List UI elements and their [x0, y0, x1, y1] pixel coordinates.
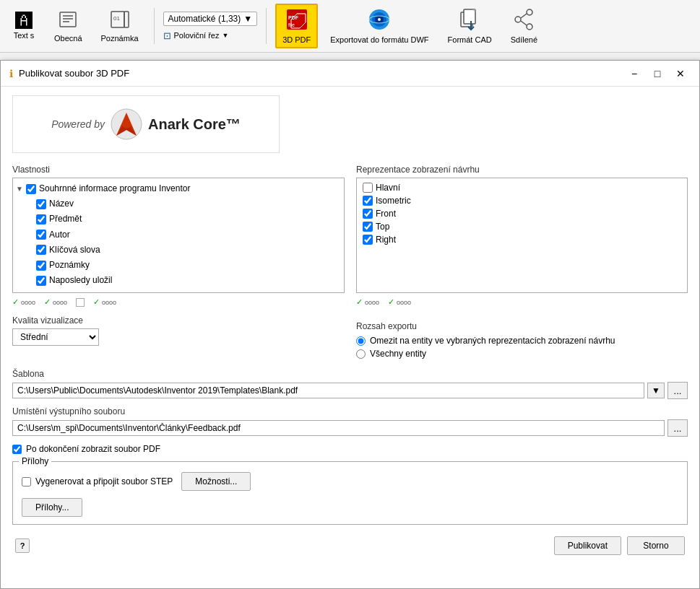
- attachments-button[interactable]: Přílohy...: [22, 498, 82, 517]
- repr-top-label: Top: [376, 222, 389, 232]
- tree-name-checkbox[interactable]: [36, 199, 46, 209]
- status-text-2: oooo: [53, 299, 67, 306]
- half-section-btn[interactable]: ⊡ Poloviční řez ▼: [163, 30, 258, 41]
- template-dropdown-arrow[interactable]: ▼: [647, 383, 665, 398]
- tree-root-checkbox[interactable]: [26, 184, 36, 194]
- repr-top-checkbox[interactable]: [363, 222, 373, 232]
- repr-item-hlavni[interactable]: Hlavní: [360, 181, 684, 194]
- logo-banner: Powered by Anark Core™: [12, 95, 280, 153]
- maximize-button[interactable]: □: [647, 66, 667, 82]
- status-box-icon: [76, 298, 85, 307]
- obecna-icon: [58, 9, 78, 32]
- export-range-all-radio[interactable]: Všechny entity: [356, 347, 688, 360]
- tree-autor-label: Autor: [49, 228, 70, 242]
- status-check-1: ✓ oooo: [12, 297, 35, 307]
- repr-front-checkbox[interactable]: [363, 209, 373, 219]
- toolbar-item-text-s[interactable]: 🅰 Text s: [6, 9, 42, 43]
- logo-text: Powered by Anark Core™: [51, 108, 241, 140]
- tree-item-predmet[interactable]: Předmět: [13, 211, 344, 227]
- help-button[interactable]: ?: [15, 538, 30, 553]
- repr-status-check-2: ✓ oooo: [388, 297, 411, 307]
- template-browse-button[interactable]: ...: [667, 382, 688, 399]
- toolbar-item-poznamka[interactable]: 01 Poznámka: [95, 6, 145, 46]
- tree-klicova-checkbox[interactable]: [36, 245, 46, 255]
- repr-item-isometric[interactable]: Isometric: [360, 194, 684, 207]
- repr-status-check-1: ✓ oooo: [356, 297, 379, 307]
- export-range-selected-input[interactable]: [356, 336, 366, 346]
- repr-item-front[interactable]: Front: [360, 207, 684, 220]
- repr-check-icon-1: ✓: [356, 297, 363, 307]
- repr-item-right[interactable]: Right: [360, 233, 684, 246]
- tree-naposledy-label: Naposledy uložil: [49, 274, 112, 287]
- svg-point-18: [527, 9, 532, 15]
- quality-select[interactable]: Nízká Střední Vysoká: [12, 328, 99, 346]
- export-range-selected-radio[interactable]: Omezit na entity ve vybraných reprezenta…: [356, 334, 688, 347]
- svg-point-19: [515, 17, 521, 22]
- svg-rect-0: [60, 12, 76, 27]
- anark-brand-text: Anark Core™: [148, 116, 241, 133]
- tree-item-autor[interactable]: Autor: [13, 227, 344, 243]
- tree-naposledy-checkbox[interactable]: [36, 276, 46, 286]
- dialog-title-icon: ℹ: [9, 68, 13, 79]
- step-checkbox[interactable]: [22, 477, 31, 487]
- show-pdf-checkbox[interactable]: [12, 445, 22, 454]
- close-button[interactable]: ✕: [670, 66, 691, 82]
- properties-tree[interactable]: ▼ Souhrnné informace programu Inventor N…: [12, 178, 345, 293]
- template-path-input[interactable]: [12, 383, 644, 398]
- publish-button[interactable]: Publikovat: [554, 536, 621, 555]
- tree-root-item[interactable]: ▼ Souhrnné informace programu Inventor: [13, 181, 344, 196]
- tree-item-name[interactable]: Název: [13, 196, 344, 211]
- output-section: Umístění výstupního souboru ...: [12, 406, 688, 437]
- toolbar-item-shared[interactable]: Sdílené: [504, 4, 544, 48]
- step-checkbox-row[interactable]: Vygenerovat a připojit soubor STEP: [22, 476, 173, 487]
- half-section-label: Poloviční řez: [174, 31, 220, 40]
- repr-isometric-checkbox[interactable]: [363, 196, 373, 206]
- svg-point-24: [122, 120, 131, 128]
- repr-right-label: Right: [376, 235, 396, 245]
- tree-root-label: Souhrnné informace programu Inventor: [39, 182, 190, 196]
- attachments-group-label: Přílohy: [19, 456, 51, 466]
- toolbar-view-group: Automatické (1,33) ▼ ⊡ Poloviční řez ▼: [163, 12, 258, 41]
- tree-item-poznamky[interactable]: Poznámky: [13, 258, 344, 273]
- toolbar-item-3dpdf[interactable]: PDF file 3D PDF: [275, 4, 318, 48]
- svg-line-21: [521, 14, 527, 18]
- repr-status-text-2: oooo: [397, 299, 411, 306]
- options-button[interactable]: Možnosti...: [181, 472, 251, 491]
- tree-expand-arrow: ▼: [16, 183, 26, 195]
- repr-hlavni-checkbox[interactable]: [363, 183, 373, 193]
- representation-column: Reprezentace zobrazení návrhu Hlavní Iso…: [356, 165, 688, 307]
- tree-item-klicova[interactable]: Klíčová slova: [13, 243, 344, 258]
- output-browse-button[interactable]: ...: [667, 419, 688, 437]
- tree-predmet-checkbox[interactable]: [36, 214, 46, 224]
- dialog-title-text: Publikovat soubor 3D PDF: [19, 68, 129, 79]
- repr-right-checkbox[interactable]: [363, 235, 373, 245]
- show-pdf-label: Po dokončení zobrazit soubor PDF: [26, 444, 160, 454]
- tree-klicova-label: Klíčová slova: [49, 243, 100, 257]
- properties-status-row: ✓ oooo ✓ oooo ✓ oooo: [12, 297, 345, 307]
- shared-label: Sdílené: [511, 35, 537, 44]
- template-path-row: ▼ ...: [12, 382, 688, 399]
- toolbar-text-s-label: Text s: [14, 31, 35, 40]
- text-s-icon: 🅰: [15, 12, 33, 30]
- cancel-button[interactable]: Storno: [627, 536, 685, 555]
- repr-status-text-1: oooo: [365, 299, 379, 306]
- status-check-2: ✓ oooo: [44, 297, 67, 307]
- output-path-input[interactable]: [12, 420, 665, 436]
- tree-poznamky-checkbox[interactable]: [36, 261, 46, 271]
- tree-item-naposledy[interactable]: Naposledy uložil: [13, 273, 344, 288]
- minimize-button[interactable]: −: [624, 66, 644, 82]
- toolbar-item-obecna[interactable]: Obecná: [48, 6, 89, 46]
- export-range-all-input[interactable]: [356, 349, 366, 359]
- show-pdf-checkbox-row[interactable]: Po dokončení zobrazit soubor PDF: [12, 444, 688, 454]
- tree-autor-checkbox[interactable]: [36, 230, 46, 240]
- toolbar-item-export-dwf[interactable]: Exportovat do formátu DWF: [324, 4, 435, 48]
- toolbar-item-format-cad[interactable]: Formát CAD: [441, 4, 498, 48]
- toolbar-poznamka-label: Poznámka: [101, 34, 139, 43]
- auto-dropdown[interactable]: Automatické (1,33) ▼: [163, 12, 258, 26]
- poznamka-icon: 01: [110, 9, 130, 32]
- toolbar: 🅰 Text s Obecná 01 Poznámka Auto: [0, 0, 700, 53]
- dialog-titlebar: ℹ Publikovat soubor 3D PDF − □ ✕: [1, 61, 699, 87]
- check-icon-3: ✓: [93, 297, 100, 307]
- repr-item-top[interactable]: Top: [360, 220, 684, 233]
- repr-check-icon-2: ✓: [388, 297, 394, 307]
